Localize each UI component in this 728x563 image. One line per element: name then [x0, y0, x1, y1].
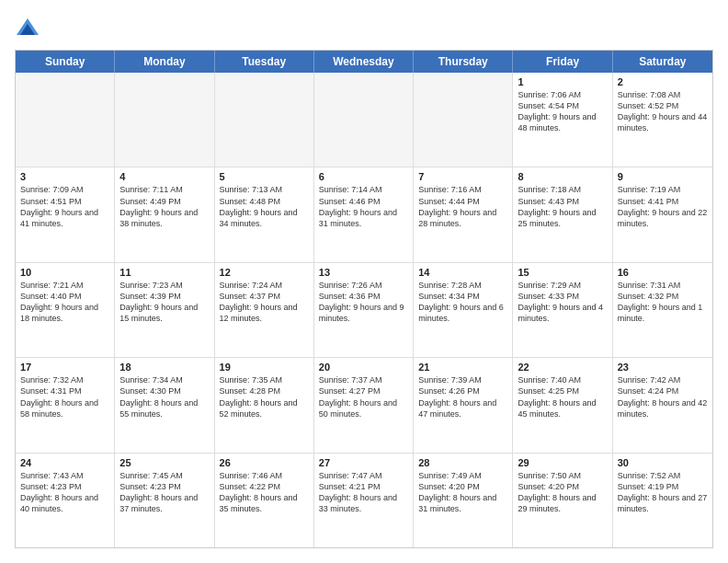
- day-number: 30: [618, 457, 708, 468]
- cell-info: Sunrise: 7:13 AM Sunset: 4:48 PM Dayligh…: [220, 184, 309, 229]
- day-number: 20: [319, 362, 408, 373]
- calendar-cell: 21Sunrise: 7:39 AM Sunset: 4:26 PM Dayli…: [414, 358, 513, 452]
- cell-info: Sunrise: 7:45 AM Sunset: 4:23 PM Dayligh…: [119, 470, 209, 515]
- day-number: 16: [618, 267, 708, 278]
- day-number: 23: [618, 362, 708, 373]
- day-number: 18: [119, 362, 209, 373]
- day-number: 28: [418, 457, 507, 468]
- cell-info: Sunrise: 7:49 AM Sunset: 4:20 PM Dayligh…: [418, 470, 507, 515]
- calendar-cell: 20Sunrise: 7:37 AM Sunset: 4:27 PM Dayli…: [314, 358, 414, 452]
- day-number: 11: [119, 267, 209, 278]
- calendar-cell: 4Sunrise: 7:11 AM Sunset: 4:49 PM Daylig…: [115, 167, 214, 261]
- cell-info: Sunrise: 7:26 AM Sunset: 4:36 PM Dayligh…: [319, 280, 408, 325]
- cell-info: Sunrise: 7:43 AM Sunset: 4:23 PM Dayligh…: [20, 470, 109, 515]
- day-number: 25: [119, 457, 209, 468]
- day-number: 10: [20, 267, 109, 278]
- header-cell-tuesday: Tuesday: [215, 51, 314, 73]
- day-number: 21: [418, 362, 507, 373]
- calendar: SundayMondayTuesdayWednesdayThursdayFrid…: [15, 50, 713, 548]
- calendar-cell: 6Sunrise: 7:14 AM Sunset: 4:46 PM Daylig…: [314, 167, 414, 261]
- calendar-cell: 24Sunrise: 7:43 AM Sunset: 4:23 PM Dayli…: [16, 454, 115, 547]
- day-number: 19: [220, 362, 309, 373]
- calendar-cell: 26Sunrise: 7:46 AM Sunset: 4:22 PM Dayli…: [215, 454, 314, 547]
- calendar-cell: 5Sunrise: 7:13 AM Sunset: 4:48 PM Daylig…: [215, 167, 314, 261]
- calendar-cell: 15Sunrise: 7:29 AM Sunset: 4:33 PM Dayli…: [513, 263, 612, 357]
- day-number: 8: [518, 171, 607, 182]
- calendar-cell: 16Sunrise: 7:31 AM Sunset: 4:32 PM Dayli…: [613, 263, 712, 357]
- cell-info: Sunrise: 7:34 AM Sunset: 4:30 PM Dayligh…: [119, 374, 209, 419]
- cell-info: Sunrise: 7:39 AM Sunset: 4:26 PM Dayligh…: [418, 374, 507, 419]
- calendar-cell: 29Sunrise: 7:50 AM Sunset: 4:20 PM Dayli…: [513, 454, 612, 547]
- calendar-cell: 22Sunrise: 7:40 AM Sunset: 4:25 PM Dayli…: [513, 358, 612, 452]
- day-number: 22: [518, 362, 607, 373]
- calendar-cell: 18Sunrise: 7:34 AM Sunset: 4:30 PM Dayli…: [115, 358, 214, 452]
- cell-info: Sunrise: 7:29 AM Sunset: 4:33 PM Dayligh…: [518, 280, 607, 325]
- cell-info: Sunrise: 7:08 AM Sunset: 4:52 PM Dayligh…: [618, 89, 708, 134]
- cell-info: Sunrise: 7:31 AM Sunset: 4:32 PM Dayligh…: [618, 280, 708, 325]
- day-number: 26: [220, 457, 309, 468]
- header-cell-friday: Friday: [513, 51, 612, 73]
- day-number: 29: [518, 457, 607, 468]
- logo: [15, 15, 44, 40]
- calendar-cell: 7Sunrise: 7:16 AM Sunset: 4:44 PM Daylig…: [414, 167, 513, 261]
- calendar-body: 1Sunrise: 7:06 AM Sunset: 4:54 PM Daylig…: [16, 73, 712, 547]
- calendar-row-4: 24Sunrise: 7:43 AM Sunset: 4:23 PM Dayli…: [16, 454, 712, 547]
- cell-info: Sunrise: 7:42 AM Sunset: 4:24 PM Dayligh…: [618, 374, 708, 419]
- calendar-cell: 11Sunrise: 7:23 AM Sunset: 4:39 PM Dayli…: [115, 263, 214, 357]
- day-number: 6: [319, 171, 408, 182]
- calendar-cell: 19Sunrise: 7:35 AM Sunset: 4:28 PM Dayli…: [215, 358, 314, 452]
- cell-info: Sunrise: 7:14 AM Sunset: 4:46 PM Dayligh…: [319, 184, 408, 229]
- day-number: 4: [119, 171, 209, 182]
- calendar-header-row: SundayMondayTuesdayWednesdayThursdayFrid…: [16, 51, 712, 73]
- day-number: 7: [418, 171, 507, 182]
- calendar-cell: [314, 73, 414, 167]
- day-number: 2: [618, 76, 708, 87]
- header-cell-saturday: Saturday: [613, 51, 712, 73]
- cell-info: Sunrise: 7:23 AM Sunset: 4:39 PM Dayligh…: [119, 280, 209, 325]
- header: [15, 15, 713, 40]
- cell-info: Sunrise: 7:11 AM Sunset: 4:49 PM Dayligh…: [119, 184, 209, 229]
- cell-info: Sunrise: 7:28 AM Sunset: 4:34 PM Dayligh…: [418, 280, 507, 325]
- cell-info: Sunrise: 7:18 AM Sunset: 4:43 PM Dayligh…: [518, 184, 607, 229]
- page: SundayMondayTuesdayWednesdayThursdayFrid…: [0, 0, 728, 563]
- calendar-cell: 14Sunrise: 7:28 AM Sunset: 4:34 PM Dayli…: [414, 263, 513, 357]
- day-number: 1: [518, 76, 607, 87]
- calendar-cell: [215, 73, 314, 167]
- calendar-cell: 28Sunrise: 7:49 AM Sunset: 4:20 PM Dayli…: [414, 454, 513, 547]
- header-cell-wednesday: Wednesday: [314, 51, 414, 73]
- header-cell-sunday: Sunday: [16, 51, 115, 73]
- calendar-cell: [414, 73, 513, 167]
- day-number: 3: [20, 171, 109, 182]
- calendar-cell: 12Sunrise: 7:24 AM Sunset: 4:37 PM Dayli…: [215, 263, 314, 357]
- calendar-row-1: 3Sunrise: 7:09 AM Sunset: 4:51 PM Daylig…: [16, 167, 712, 262]
- cell-info: Sunrise: 7:06 AM Sunset: 4:54 PM Dayligh…: [518, 89, 607, 134]
- calendar-cell: [16, 73, 115, 167]
- header-cell-monday: Monday: [115, 51, 214, 73]
- cell-info: Sunrise: 7:46 AM Sunset: 4:22 PM Dayligh…: [220, 470, 309, 515]
- cell-info: Sunrise: 7:35 AM Sunset: 4:28 PM Dayligh…: [220, 374, 309, 419]
- day-number: 15: [518, 267, 607, 278]
- cell-info: Sunrise: 7:21 AM Sunset: 4:40 PM Dayligh…: [20, 280, 109, 325]
- day-number: 12: [220, 267, 309, 278]
- calendar-row-2: 10Sunrise: 7:21 AM Sunset: 4:40 PM Dayli…: [16, 263, 712, 358]
- cell-info: Sunrise: 7:40 AM Sunset: 4:25 PM Dayligh…: [518, 374, 607, 419]
- cell-info: Sunrise: 7:24 AM Sunset: 4:37 PM Dayligh…: [220, 280, 309, 325]
- cell-info: Sunrise: 7:19 AM Sunset: 4:41 PM Dayligh…: [618, 184, 708, 229]
- cell-info: Sunrise: 7:09 AM Sunset: 4:51 PM Dayligh…: [20, 184, 109, 229]
- calendar-row-3: 17Sunrise: 7:32 AM Sunset: 4:31 PM Dayli…: [16, 358, 712, 453]
- calendar-cell: [115, 73, 214, 167]
- header-cell-thursday: Thursday: [414, 51, 513, 73]
- day-number: 24: [20, 457, 109, 468]
- calendar-cell: 23Sunrise: 7:42 AM Sunset: 4:24 PM Dayli…: [613, 358, 712, 452]
- cell-info: Sunrise: 7:52 AM Sunset: 4:19 PM Dayligh…: [618, 470, 708, 515]
- calendar-cell: 2Sunrise: 7:08 AM Sunset: 4:52 PM Daylig…: [613, 73, 712, 167]
- calendar-cell: 17Sunrise: 7:32 AM Sunset: 4:31 PM Dayli…: [16, 358, 115, 452]
- calendar-cell: 1Sunrise: 7:06 AM Sunset: 4:54 PM Daylig…: [513, 73, 612, 167]
- cell-info: Sunrise: 7:32 AM Sunset: 4:31 PM Dayligh…: [20, 374, 109, 419]
- day-number: 5: [220, 171, 309, 182]
- day-number: 9: [618, 171, 708, 182]
- calendar-cell: 13Sunrise: 7:26 AM Sunset: 4:36 PM Dayli…: [314, 263, 414, 357]
- cell-info: Sunrise: 7:16 AM Sunset: 4:44 PM Dayligh…: [418, 184, 507, 229]
- calendar-cell: 25Sunrise: 7:45 AM Sunset: 4:23 PM Dayli…: [115, 454, 214, 547]
- calendar-cell: 9Sunrise: 7:19 AM Sunset: 4:41 PM Daylig…: [613, 167, 712, 261]
